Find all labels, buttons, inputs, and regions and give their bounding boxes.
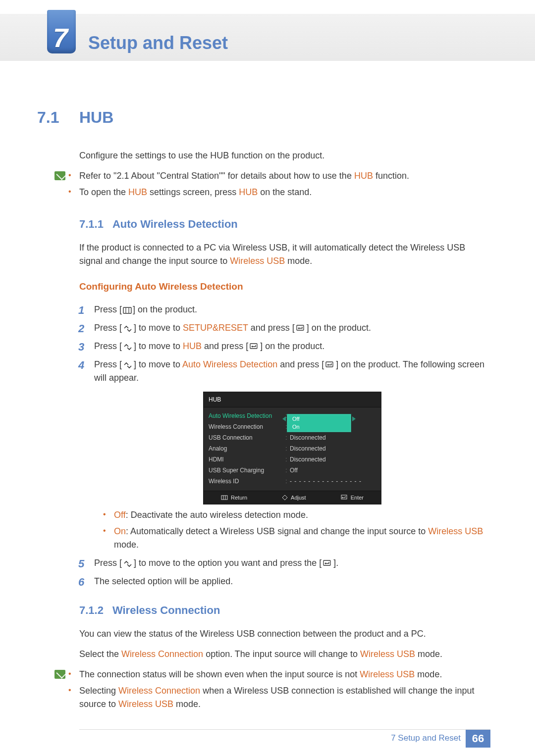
enter-icon (296, 324, 306, 332)
step-6: 6 The selected option will be applied. (94, 575, 490, 588)
note-block-1: Refer to "2.1 About "Central Station"" f… (79, 169, 490, 202)
subsection-711-desc: If the product is connected to a PC via … (79, 241, 490, 268)
section-title: HUB (79, 108, 113, 126)
step-4: 4 Press [] to move to Auto Wireless Dete… (94, 358, 490, 552)
osd-footer: Return Adjust Enter (204, 491, 381, 504)
subsection-712-p1: You can view the status of the Wireless … (79, 627, 490, 641)
osd-row: Analog:Disconnected (209, 443, 376, 454)
step-1: 1 Press [] on the product. (94, 303, 490, 316)
svg-marker-8 (327, 364, 328, 366)
svg-rect-5 (250, 344, 257, 349)
chapter-header: 7 Setup and Reset (0, 14, 535, 61)
svg-rect-9 (221, 496, 227, 500)
note-list: The connection status will be shown even… (79, 668, 490, 714)
svg-marker-4 (298, 327, 299, 329)
svg-marker-6 (251, 346, 253, 348)
svg-marker-12 (282, 495, 287, 500)
updown-icon (123, 344, 133, 351)
list-item: Off: Deactivate the auto wireless detect… (114, 508, 490, 522)
list-item: On: Automatically detect a Wireless USB … (114, 525, 490, 552)
osd-return: Return (221, 494, 247, 502)
updown-icon (123, 325, 133, 332)
osd-row: HDMI:Disconnected (209, 454, 376, 465)
osd-row: USB Connection:Disconnected (209, 432, 376, 443)
svg-marker-16 (324, 562, 326, 564)
section-number: 7.1 (37, 105, 79, 129)
enter-icon (249, 343, 259, 351)
updown-icon (123, 362, 133, 369)
config-heading: Configuring Auto Wireless Detection (79, 280, 490, 294)
note-item: The connection status will be shown even… (79, 668, 490, 681)
svg-marker-14 (342, 497, 343, 499)
footer-text: 7 Setup and Reset (391, 732, 461, 745)
enter-icon (322, 559, 332, 567)
page-number: 66 (466, 730, 490, 748)
svg-rect-13 (341, 495, 347, 499)
steps-list: 1 Press [] on the product. 2 Press [] to… (79, 303, 490, 589)
note-block-2: The connection status will be shown even… (79, 668, 490, 714)
section-intro: Configure the settings to use the HUB fu… (79, 149, 490, 162)
osd-row: Auto Wireless Detection : Off On (209, 410, 376, 421)
note-icon (54, 171, 65, 180)
note-item: Selecting Wireless Connection when a Wir… (79, 684, 490, 711)
osd-row: USB Super Charging:Off (209, 465, 376, 476)
page-footer: 7 Setup and Reset 66 (79, 729, 490, 746)
subsection-heading-712: 7.1.2Wireless Connection (79, 602, 490, 618)
section-heading: 7.1HUB (79, 105, 490, 129)
step-5: 5 Press [] to move to the option you wan… (94, 556, 490, 570)
updown-icon (123, 560, 133, 567)
osd-row: Wireless ID:- - - - - - - - - - - - - - … (209, 476, 376, 487)
chapter-title: Setup and Reset (88, 30, 228, 56)
note-icon (54, 670, 65, 679)
osd-adjust: Adjust (282, 494, 306, 502)
option-desc-list: Off: Deactivate the auto wireless detect… (94, 508, 490, 552)
enter-icon (325, 361, 335, 369)
step-2: 2 Press [] to move to SETUP&RESET and pr… (94, 321, 490, 335)
note-list: Refer to "2.1 About "Central Station"" f… (79, 169, 409, 202)
osd-enter: Enter (341, 494, 364, 502)
menu-icon (123, 307, 132, 314)
note-item: To open the HUB settings screen, press H… (79, 186, 409, 199)
subsection-heading-711: 7.1.1Auto Wireless Detection (79, 216, 490, 232)
svg-rect-0 (123, 307, 131, 313)
chapter-number: 7 (53, 18, 68, 58)
svg-rect-3 (297, 325, 304, 330)
step-3: 3 Press [] to move to HUB and press [] o… (94, 340, 490, 353)
osd-screenshot: HUB Auto Wireless Detection : Off On (94, 392, 490, 505)
svg-rect-7 (326, 362, 333, 367)
subsection-712-p2: Select the Wireless Connection option. T… (79, 648, 490, 661)
osd-title: HUB (204, 392, 381, 407)
svg-rect-15 (323, 560, 330, 565)
note-item: Refer to "2.1 About "Central Station"" f… (79, 169, 409, 183)
osd-panel: HUB Auto Wireless Detection : Off On (203, 392, 381, 505)
osd-option-selector: Off On (287, 414, 351, 432)
